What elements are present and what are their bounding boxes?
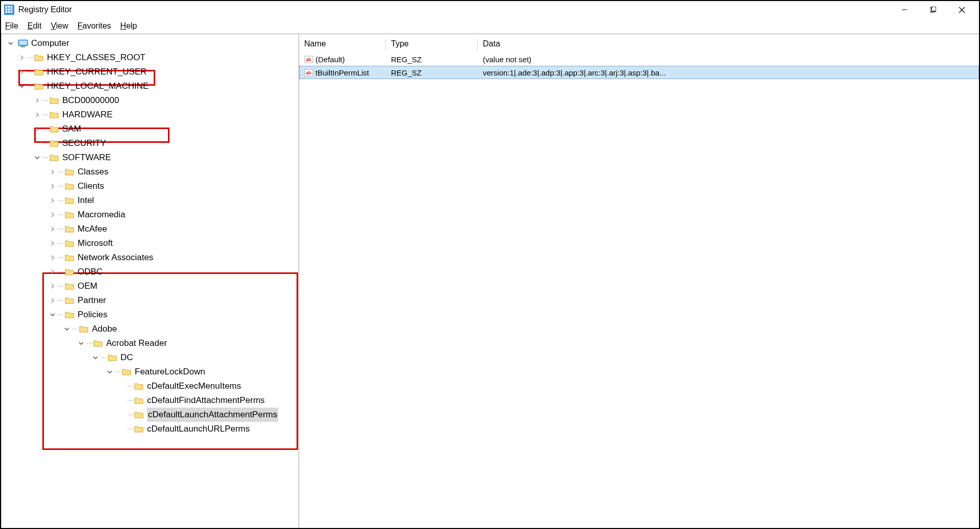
folder-icon [107, 353, 117, 362]
tree-item-cdefault-exec[interactable]: ⋯ cDefaultExecMenuItems [2, 379, 299, 393]
tree-label: DC [120, 350, 133, 365]
tree-item-featurelockdown[interactable]: ⋯ FeatureLockDown [2, 365, 299, 379]
svg-text:ab: ab [306, 70, 311, 75]
tree-item-intel[interactable]: ⋯ Intel [2, 193, 299, 208]
expand-icon[interactable] [48, 284, 57, 289]
tree-item-adobe[interactable]: ⋯ Adobe [2, 322, 299, 336]
expand-icon[interactable] [48, 269, 57, 274]
tree-item-hardware[interactable]: ⋯ HARDWARE [2, 108, 299, 122]
expand-icon[interactable] [33, 112, 41, 117]
expand-icon[interactable] [48, 212, 57, 217]
folder-icon [64, 296, 75, 305]
value-name: tBuiltInPermList [315, 68, 369, 77]
expand-icon[interactable] [48, 241, 57, 246]
tree-label: Macromedia [78, 208, 126, 222]
tree-item-bcd[interactable]: ⋯ BCD00000000 [2, 93, 299, 108]
tree-pane[interactable]: Computer ⋯ HKEY_CLASSES_ROOT ⋯ HKEY_CURR… [1, 34, 299, 528]
tree-item-cdefault-find[interactable]: ⋯ cDefaultFindAttachmentPerms [2, 393, 299, 408]
folder-icon [79, 324, 89, 334]
column-header-name[interactable]: Name [299, 39, 386, 51]
minimize-button[interactable] [890, 1, 919, 18]
tree-item-cdefault-launch-url[interactable]: ⋯ cDefaultLaunchURLPerms [2, 422, 299, 436]
expand-icon[interactable] [48, 169, 57, 174]
tree-label: HARDWARE [62, 108, 113, 122]
expand-icon[interactable] [48, 226, 57, 232]
tree-item-security[interactable]: ⋯ SECURITY [2, 136, 299, 150]
expand-icon[interactable] [77, 341, 85, 346]
expand-icon[interactable] [48, 198, 57, 203]
tree-label: Network Associates [78, 250, 153, 265]
value-type: REG_SZ [386, 68, 478, 77]
values-pane[interactable]: Name Type Data ab(Default)REG_SZ(value n… [299, 34, 979, 528]
svg-rect-4 [6, 9, 8, 11]
folder-icon [49, 110, 59, 119]
folder-icon [121, 367, 132, 376]
svg-rect-3 [11, 6, 13, 8]
tree-item-partner[interactable]: ⋯ Partner [2, 293, 299, 308]
tree-item-odbc[interactable]: ⋯ ODBC [2, 265, 299, 279]
tree-item-policies[interactable]: ⋯ Policies [2, 308, 299, 322]
menu-edit[interactable]: Edit [28, 21, 42, 31]
values-body[interactable]: ab(Default)REG_SZ(value not set)abtBuilt… [299, 53, 979, 528]
tree-item-network-associates[interactable]: ⋯ Network Associates [2, 250, 299, 265]
expand-icon[interactable] [63, 326, 71, 332]
value-type: REG_SZ [386, 55, 478, 64]
tree-label: Intel [78, 193, 94, 208]
tree-label: cDefaultFindAttachmentPerms [147, 393, 265, 408]
folder-icon [93, 339, 103, 348]
tree-item-computer[interactable]: Computer [2, 36, 299, 51]
tree-label: FeatureLockDown [135, 365, 205, 379]
maximize-button[interactable] [919, 1, 947, 18]
expand-icon[interactable] [7, 41, 15, 46]
menu-file[interactable]: File [5, 21, 18, 31]
tree-label: cDefaultExecMenuItems [147, 379, 241, 393]
tree-item-classes[interactable]: ⋯ Classes [2, 165, 299, 179]
folder-icon [64, 224, 75, 234]
expand-icon[interactable] [48, 255, 57, 260]
folder-icon [64, 253, 75, 262]
tree-item-oem[interactable]: ⋯ OEM [2, 279, 299, 293]
string-value-icon: ab [304, 55, 313, 64]
tree-item-hklm[interactable]: ⋯ HKEY_LOCAL_MACHINE [2, 79, 299, 93]
expand-icon[interactable] [33, 155, 41, 160]
expand-icon[interactable] [91, 355, 100, 360]
tree-item-mcafee[interactable]: ⋯ McAfee [2, 222, 299, 236]
expand-icon[interactable] [18, 84, 26, 89]
expand-icon[interactable] [18, 55, 26, 60]
tree-item-acrobat-reader[interactable]: ⋯ Acrobat Reader [2, 336, 299, 350]
menu-help[interactable]: Help [120, 21, 137, 31]
menu-favorites[interactable]: Favorites [78, 21, 111, 31]
menu-view[interactable]: View [51, 21, 68, 31]
string-value-icon: ab [304, 68, 313, 77]
expand-icon[interactable] [48, 298, 57, 303]
tree-item-clients[interactable]: ⋯ Clients [2, 179, 299, 193]
folder-icon [64, 239, 75, 248]
tree-item-microsoft[interactable]: ⋯ Microsoft [2, 236, 299, 250]
tree-item-hkcr[interactable]: ⋯ HKEY_CLASSES_ROOT [2, 51, 299, 65]
expand-icon[interactable] [18, 69, 26, 74]
tree-item-sam[interactable]: ⋯ SAM [2, 122, 299, 136]
tree-item-dc[interactable]: ⋯ DC [2, 350, 299, 365]
value-row[interactable]: ab(Default)REG_SZ(value not set) [299, 53, 979, 66]
tree-item-hkcu[interactable]: ⋯ HKEY_CURRENT_USER [2, 65, 299, 79]
expand-icon[interactable] [48, 312, 57, 317]
svg-rect-9 [11, 11, 13, 13]
expand-icon[interactable] [48, 184, 57, 189]
svg-rect-18 [21, 46, 26, 47]
tree-item-macromedia[interactable]: ⋯ Macromedia [2, 208, 299, 222]
column-header-type[interactable]: Type [386, 39, 478, 51]
tree-item-software[interactable]: ⋯ SOFTWARE [2, 150, 299, 165]
tree-label: SAM [62, 122, 81, 136]
folder-icon [64, 167, 75, 177]
folder-icon [49, 124, 59, 134]
expand-icon[interactable] [33, 127, 41, 132]
svg-rect-2 [8, 6, 10, 8]
close-button[interactable] [947, 1, 976, 18]
expand-icon[interactable] [33, 98, 41, 103]
value-row[interactable]: abtBuiltInPermListREG_SZversion:1|.ade:3… [299, 66, 979, 79]
expand-icon[interactable] [106, 369, 114, 374]
tree-label: Adobe [92, 322, 117, 336]
tree-label: ODBC [78, 265, 103, 279]
column-header-data[interactable]: Data [478, 39, 979, 51]
tree-item-cdefault-launch-attach[interactable]: ⋯ cDefaultLaunchAttachmentPerms [2, 408, 299, 422]
